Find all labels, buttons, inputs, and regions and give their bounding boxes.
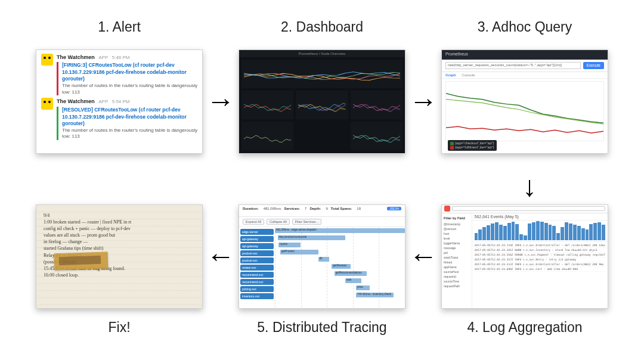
logs-field[interactable]: thread bbox=[444, 260, 470, 265]
logs-sidebar-header: Filter by Field bbox=[444, 216, 470, 221]
trace-service[interactable]: edge-server bbox=[240, 229, 274, 235]
logs-histogram bbox=[472, 221, 608, 242]
logs-field[interactable]: host bbox=[444, 231, 470, 236]
alert-panel: The Watchmen APP 5:48 PM [FIRING:3] CFRo… bbox=[36, 49, 203, 154]
trace-span[interactable]: http:/product/composite bbox=[278, 235, 345, 240]
alert-sender: The Watchmen APP 5:48 PM bbox=[57, 54, 197, 61]
step-2-label: 2. Dashboard bbox=[239, 19, 405, 35]
handwriting-line: config nil check + panic — deploy to pcf… bbox=[44, 225, 195, 232]
alert-sender-2: The Watchmen APP 5:54 PM bbox=[57, 98, 197, 105]
trace-service[interactable]: product-svc bbox=[240, 257, 274, 263]
trace-span[interactable]: rank bbox=[345, 278, 361, 283]
trace-service[interactable]: api-gateway bbox=[240, 243, 274, 249]
watchmen-avatar-icon bbox=[41, 54, 53, 66]
query-brand: Prometheus bbox=[442, 50, 608, 60]
tab-console[interactable]: Console bbox=[462, 73, 475, 77]
handwriting-line: values are all stuck — prom good but bbox=[44, 232, 195, 238]
trace-header: Duration:481.095ms Services:7 Depth:9 To… bbox=[239, 205, 405, 217]
logs-field[interactable]: loggerName bbox=[444, 241, 470, 246]
trace-service[interactable]: recommend-svc bbox=[240, 272, 274, 278]
log-line[interactable]: 2017-05-05T12:01:33.356Z ERROR c.e.svc.P… bbox=[475, 253, 605, 257]
tape-icon bbox=[54, 252, 109, 270]
log-line[interactable]: 2017-05-05T12:01:33.201Z WARN c.e.svc.In… bbox=[475, 248, 605, 253]
log-line[interactable]: 2017-05-05T12:01:33.690Z INFO c.e.svc.Ca… bbox=[475, 267, 605, 272]
alert-firing: [FIRING:3] CFRoutesTooLow (cf router pcf… bbox=[57, 62, 197, 95]
logs-field[interactable]: stackTrace bbox=[444, 255, 470, 260]
logs-field[interactable]: message bbox=[444, 246, 470, 250]
trace-service[interactable]: inventory-svc bbox=[240, 293, 274, 299]
trace-span[interactable]: 481.095ms : edge-server.dispatch bbox=[275, 228, 405, 233]
trace-panel: Duration:481.095ms Services:7 Depth:9 To… bbox=[239, 204, 405, 309]
dashboard-title: Prometheus / Node Overview bbox=[239, 50, 405, 57]
arrow-left-icon: ← bbox=[206, 242, 235, 271]
step-1-label: 1. Alert bbox=[36, 19, 203, 35]
step-4-label: 4. Log Aggregation bbox=[441, 316, 608, 336]
logs-field[interactable]: level bbox=[444, 236, 470, 241]
query-tabs: Graph Console bbox=[442, 72, 608, 79]
step-5-label: 5. Distributed Tracing bbox=[239, 316, 405, 336]
query-legend: {app="checkout",tier="api"} {app="fulfil… bbox=[448, 140, 497, 150]
logs-field[interactable]: requestId bbox=[444, 274, 470, 279]
trace-span[interactable]: 744.421ms : inventory.check bbox=[356, 293, 394, 297]
query-panel: Prometheus rate(http_server_requests_sec… bbox=[441, 49, 608, 154]
logs-panel: Filter by Field @timestamp@versionhostle… bbox=[441, 204, 608, 309]
trace-span[interactable]: getProduct bbox=[280, 250, 318, 254]
handwriting-line: 16:00 closed loop. bbox=[44, 272, 195, 278]
trace-span[interactable]: db bbox=[318, 257, 329, 262]
logs-field[interactable]: appName bbox=[444, 265, 470, 269]
query-chart bbox=[445, 81, 604, 141]
watchmen-avatar-icon bbox=[41, 98, 53, 110]
logs-field[interactable]: @version bbox=[444, 226, 470, 231]
dashboard-chart bbox=[242, 91, 293, 119]
dashboard-chart bbox=[242, 122, 293, 150]
trace-service[interactable]: product-svc bbox=[240, 250, 274, 256]
trace-service[interactable]: recommend-svc bbox=[240, 279, 274, 285]
logs-search[interactable] bbox=[452, 206, 605, 211]
dashboard-chart bbox=[296, 91, 348, 119]
fix-panel: 9/41:00 broken started — router | fixed … bbox=[36, 204, 203, 309]
arrow-right-icon: → bbox=[409, 87, 438, 116]
log-line[interactable]: 2017-05-05T12:01:33.512Z INFO c.e.svc.Or… bbox=[475, 262, 605, 267]
logs-field[interactable]: pid bbox=[444, 250, 470, 255]
trace-service[interactable]: pricing-svc bbox=[240, 286, 274, 292]
trace-service[interactable]: review-svc bbox=[240, 265, 274, 271]
dashboard-panel: Prometheus / Node Overview bbox=[239, 49, 405, 154]
step-fix-label: Fix! bbox=[36, 316, 203, 336]
expand-all-button[interactable]: Expand All bbox=[243, 219, 264, 225]
logs-field[interactable]: sourceTime bbox=[444, 279, 470, 284]
logs-hits: 562,641 Events (May 5) bbox=[472, 213, 608, 221]
filter-services-input[interactable]: Filter Services... bbox=[292, 219, 321, 225]
execute-button[interactable]: Execute bbox=[583, 62, 605, 69]
kibana-logo-icon bbox=[444, 206, 450, 212]
tab-graph[interactable]: Graph bbox=[445, 73, 456, 77]
dashboard-chart bbox=[351, 91, 402, 119]
arrow-left-icon: ← bbox=[409, 242, 438, 271]
logs-field[interactable]: @timestamp bbox=[444, 222, 470, 226]
dashboard-chart bbox=[351, 122, 402, 150]
alert-resolved: [RESOLVED] CFRoutesTooLow (cf router pcf… bbox=[57, 107, 197, 140]
json-badge[interactable]: JSON bbox=[387, 207, 401, 210]
logs-field[interactable]: sourceHost bbox=[444, 269, 470, 274]
handwriting-line: 1:00 broken started — router | fixed NPE… bbox=[44, 219, 195, 225]
arrow-right-icon: → bbox=[206, 87, 235, 116]
handwriting-line: started Grafana tips (time shift) bbox=[44, 245, 195, 252]
dashboard-chart bbox=[242, 60, 402, 88]
trace-span[interactable]: getReviews bbox=[332, 264, 351, 269]
trace-span[interactable]: getRecommendations bbox=[335, 271, 367, 276]
logs-field[interactable]: requestPath bbox=[444, 284, 470, 288]
query-input[interactable]: rate(http_server_requests_seconds_count{… bbox=[445, 62, 581, 69]
handwriting-line: in firelog — change — bbox=[44, 238, 195, 245]
collapse-all-button[interactable]: Collapse All bbox=[267, 219, 290, 225]
step-3-label: 3. Adhoc Query bbox=[441, 19, 608, 35]
log-line[interactable]: 2017-05-05T12:01:33.357Z INFO c.e.svc.Re… bbox=[475, 257, 605, 262]
arrow-down-icon: ↓ bbox=[522, 170, 537, 203]
log-line[interactable]: 2017-05-05T12:01:33.119Z INFO c.e.svc.Or… bbox=[475, 243, 605, 248]
trace-span[interactable]: hystrix bbox=[278, 243, 300, 247]
trace-service[interactable]: api-gateway bbox=[240, 236, 274, 242]
handwriting-line: 9/4 bbox=[44, 212, 195, 219]
trace-span[interactable]: price bbox=[356, 285, 370, 290]
